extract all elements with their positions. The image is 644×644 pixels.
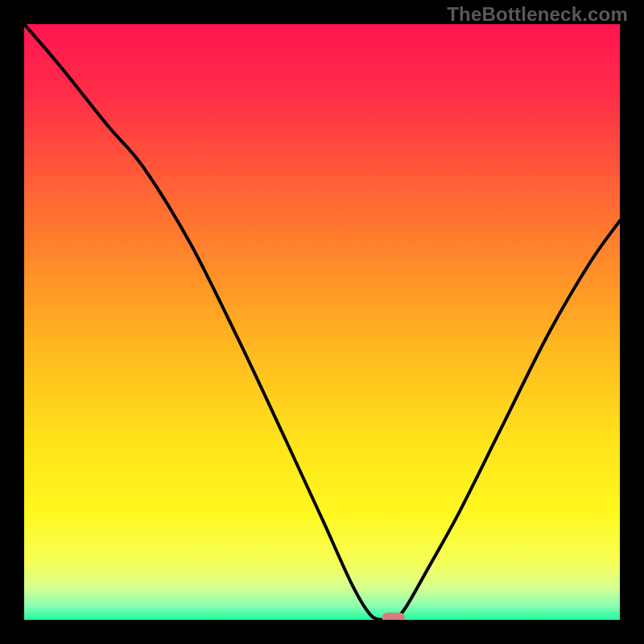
optimal-marker: [382, 613, 405, 620]
chart-frame: TheBottleneck.com: [0, 0, 644, 644]
plot-area: [24, 24, 620, 620]
chart-svg: [24, 24, 620, 620]
gradient-background: [24, 24, 620, 620]
watermark-text: TheBottleneck.com: [447, 3, 628, 26]
